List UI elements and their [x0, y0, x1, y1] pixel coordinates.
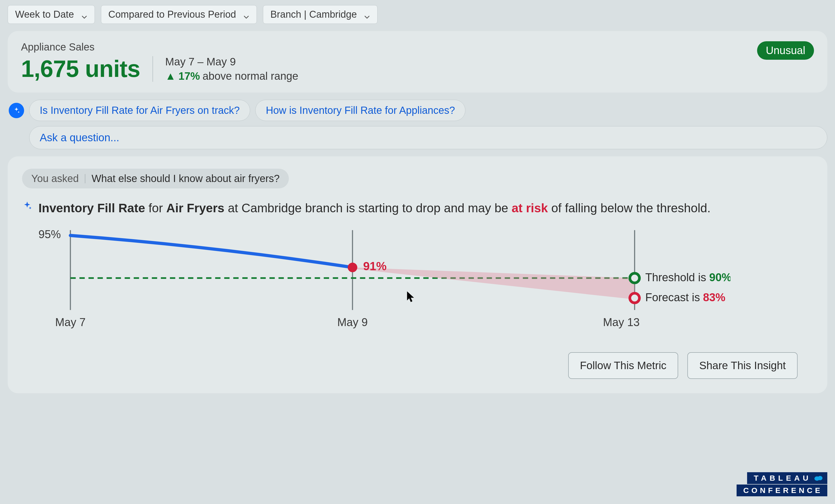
ask-question-input-wrap[interactable] — [29, 126, 827, 149]
filter-bar: Week to Date Compared to Previous Period… — [8, 5, 827, 24]
status-badge: Unusual — [757, 41, 814, 60]
metric-delta-suffix: above normal range — [202, 70, 298, 82]
insight-p5: at risk — [512, 201, 548, 215]
chevron-down-icon — [81, 12, 87, 18]
you-asked-question: What else should I know about air fryers… — [91, 173, 280, 184]
follow-metric-button[interactable]: Follow This Metric — [568, 352, 678, 379]
suggestion-chip-0[interactable]: Is Inventory Fill Rate for Air Fryers on… — [29, 100, 250, 121]
insight-p3: Air Fryers — [166, 201, 225, 215]
metric-date-range: May 7 – May 9 — [165, 56, 298, 68]
fill-rate-line-chart: 95% 91% Threshold is 90% Forecast is 83%… — [38, 225, 730, 342]
metric-delta-pct: 17% — [178, 70, 200, 82]
sparkle-icon[interactable] — [9, 103, 24, 118]
metric-row: 1,675 units May 7 – May 9 ▲ 17% above no… — [21, 55, 298, 82]
share-insight-button[interactable]: Share This Insight — [687, 352, 798, 379]
insight-p1: Inventory Fill Rate — [38, 201, 145, 215]
insight-p4: at Cambridge branch is starting to drop … — [225, 201, 512, 215]
chevron-down-icon — [364, 12, 370, 18]
divider — [85, 174, 85, 183]
metric-left: Appliance Sales 1,675 units May 7 – May … — [21, 41, 298, 82]
chart-forecast-marker — [630, 293, 639, 303]
filter-time-range[interactable]: Week to Date — [8, 5, 95, 24]
chart-forecast-cone — [352, 268, 635, 300]
chart-xtick: May 7 — [55, 316, 86, 328]
insight-body: Inventory Fill Rate for Air Fryers at Ca… — [22, 199, 813, 218]
chart-forecast-label: Forecast is 83% — [645, 291, 726, 304]
chevron-down-icon — [243, 12, 249, 18]
metric-meta: May 7 – May 9 ▲ 17% above normal range — [165, 56, 298, 82]
triangle-up-icon: ▲ — [165, 70, 176, 82]
chart-threshold-marker — [630, 273, 639, 283]
chart-current-point — [348, 263, 357, 272]
chart-threshold-label: Threshold is 90% — [645, 271, 730, 284]
filter-time-range-label: Week to Date — [15, 9, 74, 20]
suggestion-row: Is Inventory Fill Rate for Air Fryers on… — [9, 100, 827, 121]
chart-xtick: May 13 — [603, 316, 640, 328]
filter-branch-label: Branch | Cambridge — [270, 9, 357, 20]
metric-value: 1,675 units — [21, 55, 140, 82]
suggestion-chip-1[interactable]: How is Inventory Fill Rate for Appliance… — [255, 100, 465, 121]
chart-current-label: 91% — [363, 260, 386, 273]
you-asked-label: You asked — [31, 173, 79, 184]
filter-branch[interactable]: Branch | Cambridge — [263, 5, 378, 24]
insight-p6: of falling below the threshold. — [548, 201, 711, 215]
divider — [152, 56, 153, 82]
metric-delta: ▲ 17% above normal range — [165, 70, 298, 82]
chart-xtick: May 9 — [337, 316, 368, 328]
metric-title: Appliance Sales — [21, 41, 298, 53]
sparkle-icon — [22, 201, 32, 211]
you-asked-pill: You asked What else should I know about … — [22, 169, 289, 188]
filter-comparison-label: Compared to Previous Period — [108, 9, 236, 20]
insight-text: Inventory Fill Rate for Air Fryers at Ca… — [38, 199, 711, 218]
insight-actions: Follow This Metric Share This Insight — [22, 352, 798, 379]
filter-comparison[interactable]: Compared to Previous Period — [101, 5, 257, 24]
insight-card: You asked What else should I know about … — [8, 156, 827, 393]
cursor-icon — [407, 291, 414, 302]
insight-p2: for — [145, 201, 166, 215]
ask-question-input[interactable] — [40, 132, 817, 144]
chart-ytick: 95% — [38, 228, 61, 240]
chart-actual-line — [70, 236, 353, 268]
chart: 95% 91% Threshold is 90% Forecast is 83%… — [38, 225, 813, 342]
metric-summary-card: Appliance Sales 1,675 units May 7 – May … — [8, 31, 827, 93]
